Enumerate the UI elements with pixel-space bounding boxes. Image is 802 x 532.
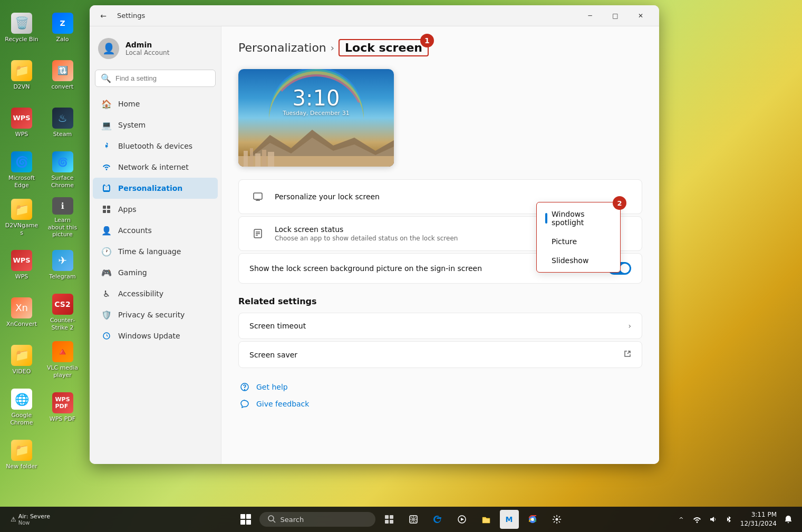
time-display: 3:11 PM: [740, 510, 777, 519]
wps2-icon: WPS: [11, 250, 32, 271]
desktop-icon-steam[interactable]: ♨ Steam: [44, 100, 82, 145]
settings-search-input[interactable]: [115, 74, 210, 82]
wps1-icon: WPS: [11, 108, 32, 129]
sidebar-item-apps[interactable]: Apps: [93, 199, 218, 220]
dropdown-item-slideshow[interactable]: Slideshow: [537, 251, 620, 270]
desktop-icon-telegram[interactable]: ✈ Telegram: [44, 243, 82, 287]
weather-widget[interactable]: ⚠️ Air: Severe Now: [6, 511, 54, 528]
desktop-icon-d2vn[interactable]: 📁 D2VN: [3, 53, 41, 98]
tray-chevron[interactable]: ^: [674, 512, 689, 527]
svg-rect-19: [240, 520, 245, 525]
screen-saver-card: Screen saver: [238, 341, 642, 368]
taskbar-folder[interactable]: [476, 509, 497, 530]
settings-search-box[interactable]: 🔍: [95, 70, 216, 87]
windows-update-icon: [101, 331, 112, 341]
d2vn-icon: 📁: [11, 60, 32, 81]
zalo-label: Zalo: [56, 36, 69, 43]
sidebar-item-time-language[interactable]: 🕐 Time & language: [93, 241, 218, 262]
sidebar-item-accessibility[interactable]: ♿ Accessibility: [93, 283, 218, 304]
cs-icon: CS2: [52, 294, 73, 315]
taskbar-task-view[interactable]: [379, 509, 400, 530]
desktop-icon-video[interactable]: 📁 VIDEO: [3, 337, 41, 382]
svg-rect-9: [250, 148, 253, 167]
network-icon: [101, 162, 112, 172]
desktop-icon-recycle-bin[interactable]: 🗑️ Recycle Bin: [3, 5, 41, 50]
taskbar-chrome-taskbar[interactable]: [522, 509, 543, 530]
breadcrumb-parent[interactable]: Personalization: [238, 41, 326, 54]
sidebar-item-accounts-label: Accounts: [118, 226, 152, 235]
show-background-text: Show the lock screen background picture …: [249, 264, 585, 273]
taskbar-search-bar[interactable]: Search: [259, 512, 375, 527]
desktop-icon-new-folder[interactable]: 📁 New folder: [3, 432, 41, 477]
desktop-icon-counterstrike[interactable]: CS2 Counter-Strike 2: [44, 290, 82, 335]
tray-network-icon[interactable]: [690, 512, 704, 527]
give-feedback-link[interactable]: Give feedback: [238, 398, 642, 410]
sidebar-item-system[interactable]: 💻 System: [93, 114, 218, 136]
tray-bluetooth-icon[interactable]: [721, 512, 736, 527]
taskbar-widgets[interactable]: [403, 509, 424, 530]
dropdown-item-windows-spotlight[interactable]: Windows spotlight: [537, 205, 620, 232]
taskbar-edge[interactable]: [427, 509, 448, 530]
vlc-label: VLC media player: [46, 364, 80, 378]
desktop-icon-xnconvert[interactable]: Xn XnConvert: [3, 290, 41, 335]
sidebar-item-privacy[interactable]: 🛡️ Privacy & security: [93, 304, 218, 325]
sidebar-item-personalization-label: Personalization: [118, 184, 182, 192]
taskbar-winamp[interactable]: [451, 509, 472, 530]
sidebar-item-accounts[interactable]: 👤 Accounts: [93, 220, 218, 241]
personalize-lock-screen-card: Personalize your lock screen 2 Windows s…: [238, 179, 642, 214]
sidebar-item-accessibility-label: Accessibility: [118, 289, 163, 298]
surface-chrome-label: Surface Chrome: [46, 175, 80, 188]
svg-point-21: [268, 516, 274, 521]
notification-center-button[interactable]: [781, 512, 796, 527]
minimize-button[interactable]: ─: [578, 8, 602, 24]
video-label: VIDEO: [13, 368, 31, 375]
taskbar-settings-app[interactable]: [546, 509, 567, 530]
system-tray: ^: [674, 512, 736, 527]
cs-label: Counter-Strike 2: [46, 317, 80, 331]
close-button[interactable]: ✕: [629, 8, 653, 24]
sidebar-item-bluetooth[interactable]: Bluetooth & devices: [93, 136, 218, 157]
sidebar-item-personalization[interactable]: Personalization: [93, 178, 218, 199]
desktop-icon-wps1[interactable]: WPS WPS: [3, 100, 41, 145]
weather-icon: ⚠️: [11, 516, 16, 523]
start-button[interactable]: [235, 509, 256, 530]
dropdown-item-picture[interactable]: Picture: [537, 232, 620, 251]
edge-icon: 🌀: [11, 151, 32, 172]
settings-body: 👤 Admin Local Account 🔍 🏠 Home 💻 System: [90, 26, 659, 464]
sidebar-item-windows-update[interactable]: Windows Update: [93, 325, 218, 346]
volume-tray-icon: [709, 516, 717, 523]
svg-rect-1: [107, 206, 110, 209]
taskbar-outlook[interactable]: M: [500, 510, 519, 529]
xnconvert-icon: Xn: [11, 297, 32, 318]
desktop-icon-wps-pdf[interactable]: WPSPDF WPS PDF: [44, 385, 82, 430]
desktop-icon-surface-chrome[interactable]: 🌀 Surface Chrome: [44, 148, 82, 192]
desktop-icon-convert[interactable]: 🔃 convert: [44, 53, 82, 98]
network-tray-icon: [693, 516, 701, 523]
desktop-icon-d2vngames[interactable]: 📁 D2VNgames: [3, 195, 41, 240]
desktop-icon-chrome[interactable]: 🌐 Google Chrome: [3, 385, 41, 430]
user-section[interactable]: 👤 Admin Local Account: [90, 32, 221, 65]
desktop-icon-learn[interactable]: ℹ Learn about this picture: [44, 195, 82, 240]
screen-timeout-row[interactable]: Screen timeout ›: [239, 313, 642, 338]
desktop-icon-vlc[interactable]: 🔺 VLC media player: [44, 337, 82, 382]
personalize-lock-screen-row[interactable]: Personalize your lock screen 2 Windows s…: [239, 180, 642, 214]
desktop-icon-edge[interactable]: 🌀 Microsoft Edge: [3, 148, 41, 192]
svg-rect-22: [385, 515, 389, 519]
maximize-button[interactable]: □: [603, 8, 627, 24]
sidebar-item-home[interactable]: 🏠 Home: [93, 93, 218, 114]
learn-label: Learn about this picture: [46, 217, 80, 238]
widgets-icon: [409, 515, 418, 524]
breadcrumb-current-wrapper: Lock screen 1: [339, 39, 429, 56]
lock-screen-dropdown-menu[interactable]: 2 Windows spotlight Picture: [536, 202, 621, 273]
d2vngames-icon: 📁: [11, 199, 32, 220]
screen-saver-row[interactable]: Screen saver: [239, 342, 642, 367]
sidebar-item-network[interactable]: Network & internet: [93, 157, 218, 178]
back-button[interactable]: ←: [96, 8, 111, 23]
desktop-icon-wps2[interactable]: WPS WPS: [3, 243, 41, 287]
get-help-link[interactable]: Get help: [238, 381, 642, 393]
tray-volume-icon[interactable]: [706, 512, 720, 527]
sidebar-item-gaming[interactable]: 🎮 Gaming: [93, 262, 218, 283]
taskbar-clock[interactable]: 3:11 PM 12/31/2024: [740, 510, 777, 528]
recycle-bin-icon: 🗑️: [11, 13, 32, 34]
desktop-icon-zalo[interactable]: Z Zalo: [44, 5, 82, 50]
